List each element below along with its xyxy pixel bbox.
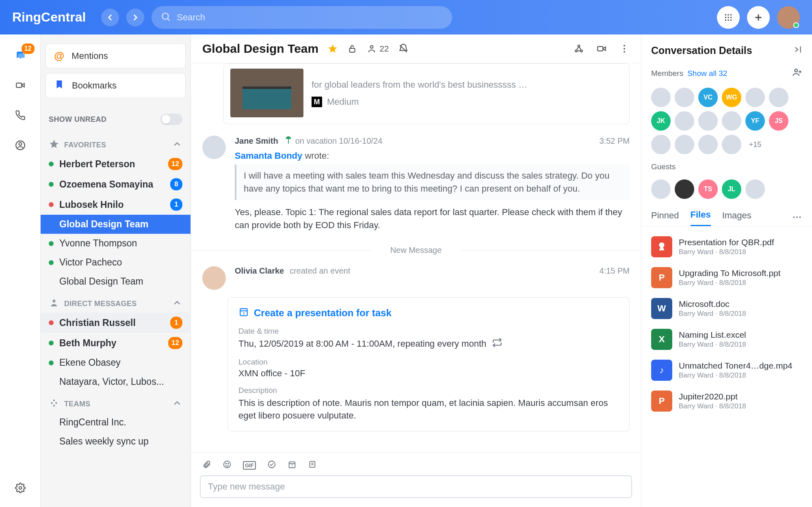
add-member-button[interactable] — [792, 67, 802, 80]
chat-item[interactable]: Yvonne Thompson — [41, 234, 191, 253]
file-item[interactable]: PJupiter2020.pptBarry Ward · 8/8/2018 — [648, 386, 806, 416]
avatar[interactable]: TS — [698, 179, 718, 199]
task-button[interactable] — [267, 460, 276, 470]
chat-item[interactable]: Victor Pacheco — [41, 253, 191, 272]
dialpad-button[interactable] — [717, 6, 740, 29]
chat-item[interactable]: Beth Murphy12 — [41, 333, 191, 353]
file-item[interactable]: PUpgrading To Microsoft.pptBarry Ward · … — [648, 262, 806, 293]
avatar[interactable] — [651, 179, 671, 199]
avatar[interactable] — [675, 179, 694, 199]
collapse-panel-button[interactable] — [792, 44, 802, 56]
file-item[interactable]: WMicrosoft.docBarry Ward · 8/8/2018 — [648, 293, 806, 324]
svg-point-10 — [730, 19, 732, 20]
avatar[interactable]: JS — [769, 111, 788, 131]
presence-dot — [49, 202, 54, 207]
tab-pinned[interactable]: Pinned — [651, 210, 679, 226]
link-preview-source: Medium — [327, 97, 359, 107]
chat-item-name: Natayara, Victor, Lubos... — [59, 376, 182, 387]
file-item[interactable]: ♪Unmatched Toner4…dge.mp4Barry Ward · 8/… — [648, 355, 806, 386]
search-bar[interactable] — [152, 6, 452, 29]
chat-item[interactable]: Lubosek Hnilo1 — [41, 194, 191, 215]
avatar[interactable]: WG — [722, 88, 741, 107]
nav-forward-button[interactable] — [126, 9, 144, 26]
attach-button[interactable] — [202, 460, 211, 470]
avatar[interactable] — [745, 88, 765, 107]
avatar[interactable]: JL — [722, 179, 741, 199]
rail-contacts[interactable] — [12, 137, 29, 154]
create-button[interactable] — [747, 6, 770, 29]
avatar[interactable] — [202, 136, 226, 159]
avatar[interactable] — [675, 111, 694, 131]
show-all-members-link[interactable]: Show all 32 — [687, 69, 727, 78]
members-button[interactable]: 22 — [366, 43, 389, 54]
svg-rect-25 — [350, 48, 355, 52]
lock-icon[interactable] — [347, 43, 357, 54]
more-button[interactable] — [619, 43, 630, 54]
search-input[interactable] — [177, 12, 443, 23]
chat-item[interactable]: Christian Russell1 — [41, 313, 191, 333]
svg-marker-18 — [50, 140, 58, 148]
integrations-button[interactable] — [574, 43, 584, 54]
note-button[interactable] — [308, 460, 317, 470]
svg-rect-13 — [16, 83, 22, 88]
event-card[interactable]: 7 Create a presentation for task Date & … — [227, 297, 630, 432]
presence-dot — [49, 341, 54, 345]
messages-scroll[interactable]: for global leaders from the world's best… — [191, 63, 641, 452]
chat-item[interactable]: Global Design Team — [41, 272, 191, 291]
teams-header[interactable]: TEAMS — [41, 391, 191, 413]
avatar[interactable] — [745, 179, 765, 199]
nav-back-button[interactable] — [101, 9, 119, 26]
chat-item[interactable]: Natayara, Victor, Lubos... — [41, 372, 191, 391]
file-item[interactable]: XNaming List.excelBarry Ward · 8/8/2018 — [648, 324, 806, 355]
sidebar-bookmarks[interactable]: Bookmarks — [45, 73, 186, 98]
show-unread-toggle[interactable] — [160, 114, 182, 125]
emoji-button[interactable] — [223, 460, 232, 470]
tab-images[interactable]: Images — [722, 210, 751, 226]
gif-button[interactable]: GIF — [243, 461, 256, 470]
rail-video[interactable] — [12, 77, 29, 94]
quote-author[interactable]: Samanta Bondy wrote: — [235, 151, 630, 161]
chat-item[interactable]: RingCentral Inc. — [41, 413, 191, 432]
favorite-button[interactable] — [327, 43, 338, 54]
user-avatar[interactable] — [777, 6, 800, 29]
video-call-button[interactable] — [596, 43, 607, 54]
svg-marker-14 — [22, 84, 24, 87]
tab-files[interactable]: Files — [691, 209, 711, 226]
dm-header[interactable]: DIRECT MESSAGES — [41, 291, 191, 313]
avatar[interactable] — [698, 111, 718, 131]
avatar[interactable] — [675, 88, 694, 107]
avatar[interactable] — [698, 135, 718, 154]
show-unread-row: SHOW UNREAD — [41, 103, 191, 132]
chat-item[interactable]: Ozoemena Somayina8 — [41, 174, 191, 194]
link-preview-card[interactable]: for global leaders from the world's best… — [223, 63, 630, 124]
message-action: created an event — [290, 266, 350, 276]
avatar[interactable] — [651, 88, 671, 107]
avatar[interactable] — [769, 88, 788, 107]
chat-item[interactable]: Sales weekly sync up — [41, 432, 191, 451]
avatar[interactable] — [722, 135, 741, 154]
avatar[interactable] — [675, 135, 694, 154]
sidebar-mentions[interactable]: @ Mentions — [45, 43, 186, 68]
avatar[interactable]: YF — [745, 111, 765, 131]
rail-messages[interactable]: 12 — [12, 47, 29, 64]
avatar[interactable] — [722, 111, 741, 131]
members-overflow-count[interactable]: +15 — [745, 135, 765, 154]
avatar[interactable]: JK — [651, 111, 671, 131]
avatar[interactable]: VC — [698, 88, 718, 107]
avatar[interactable] — [651, 135, 671, 154]
avatar[interactable] — [202, 266, 226, 290]
svg-point-2 — [725, 14, 726, 15]
schedule-button[interactable]: 7 — [288, 460, 297, 470]
file-item[interactable]: Presentation for QBR.pdfBarry Ward · 8/8… — [648, 231, 806, 262]
chat-item-name: Christian Russell — [59, 317, 165, 328]
chat-item[interactable]: Ekene Obasey — [41, 353, 191, 372]
message-input[interactable] — [200, 475, 632, 498]
favorites-header[interactable]: FAVORITES — [41, 132, 191, 154]
rail-settings[interactable] — [12, 479, 29, 496]
rail-phone[interactable] — [12, 107, 29, 124]
tabs-more-button[interactable] — [792, 212, 802, 224]
chat-item[interactable]: Herbert Peterson12 — [41, 154, 191, 174]
mute-button[interactable] — [398, 43, 409, 54]
member-count: 22 — [379, 44, 389, 54]
chat-item[interactable]: Global Design Team — [41, 215, 191, 234]
